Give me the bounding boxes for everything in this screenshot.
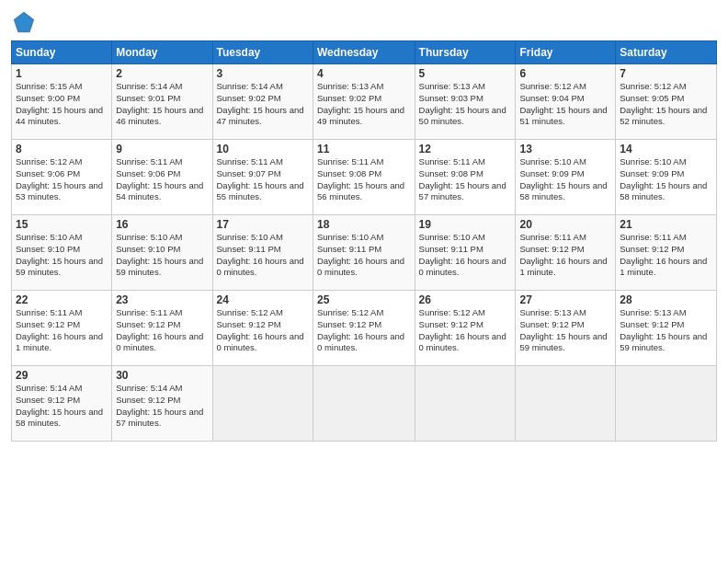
calendar-cell: 18 Sunrise: 5:10 AMSunset: 9:11 PMDaylig… — [313, 215, 415, 291]
day-number: 23 — [116, 293, 208, 306]
calendar-cell: 20 Sunrise: 5:11 AMSunset: 9:12 PMDaylig… — [516, 215, 616, 291]
calendar-week-5: 29 Sunrise: 5:14 AMSunset: 9:12 PMDaylig… — [12, 366, 717, 442]
day-number: 20 — [519, 218, 611, 231]
day-info: Sunrise: 5:14 AMSunset: 9:01 PMDaylight:… — [116, 81, 203, 126]
calendar-cell: 29 Sunrise: 5:14 AMSunset: 9:12 PMDaylig… — [12, 366, 112, 442]
day-number: 18 — [317, 218, 411, 231]
day-number: 30 — [116, 369, 208, 382]
day-info: Sunrise: 5:13 AMSunset: 9:03 PMDaylight:… — [419, 81, 506, 126]
day-info: Sunrise: 5:11 AMSunset: 9:12 PMDaylight:… — [620, 232, 707, 277]
calendar-cell: 26 Sunrise: 5:12 AMSunset: 9:12 PMDaylig… — [415, 291, 516, 366]
day-info: Sunrise: 5:13 AMSunset: 9:12 PMDaylight:… — [620, 307, 707, 352]
day-number: 4 — [317, 67, 411, 80]
day-info: Sunrise: 5:12 AMSunset: 9:04 PMDaylight:… — [519, 81, 607, 126]
day-number: 10 — [217, 143, 309, 155]
day-info: Sunrise: 5:10 AMSunset: 9:09 PMDaylight:… — [620, 156, 707, 201]
logo-icon — [11, 9, 37, 35]
calendar-cell: 17 Sunrise: 5:10 AMSunset: 9:11 PMDaylig… — [212, 215, 313, 291]
calendar-cell: 1 Sunrise: 5:15 AMSunset: 9:00 PMDayligh… — [12, 64, 112, 140]
day-number: 22 — [16, 293, 108, 306]
day-info: Sunrise: 5:11 AMSunset: 9:06 PMDaylight:… — [116, 156, 203, 201]
calendar-cell: 19 Sunrise: 5:10 AMSunset: 9:11 PMDaylig… — [415, 215, 516, 291]
day-info: Sunrise: 5:12 AMSunset: 9:06 PMDaylight:… — [16, 156, 103, 201]
day-info: Sunrise: 5:15 AMSunset: 9:00 PMDaylight:… — [16, 81, 103, 126]
day-info: Sunrise: 5:11 AMSunset: 9:08 PMDaylight:… — [419, 156, 506, 201]
day-info: Sunrise: 5:11 AMSunset: 9:08 PMDaylight:… — [317, 156, 404, 201]
day-info: Sunrise: 5:10 AMSunset: 9:10 PMDaylight:… — [116, 232, 203, 277]
day-info: Sunrise: 5:13 AMSunset: 9:02 PMDaylight:… — [317, 81, 404, 126]
calendar-header-sunday: Sunday — [12, 41, 112, 64]
calendar-cell: 5 Sunrise: 5:13 AMSunset: 9:03 PMDayligh… — [415, 64, 516, 140]
day-info: Sunrise: 5:12 AMSunset: 9:12 PMDaylight:… — [317, 307, 404, 352]
day-number: 12 — [419, 143, 512, 155]
day-info: Sunrise: 5:13 AMSunset: 9:12 PMDaylight:… — [519, 307, 607, 352]
day-info: Sunrise: 5:11 AMSunset: 9:12 PMDaylight:… — [116, 307, 203, 352]
day-info: Sunrise: 5:11 AMSunset: 9:12 PMDaylight:… — [16, 307, 103, 352]
day-info: Sunrise: 5:12 AMSunset: 9:05 PMDaylight:… — [620, 81, 707, 126]
calendar-cell — [616, 366, 717, 442]
main-container: SundayMondayTuesdayWednesdayThursdayFrid… — [0, 0, 728, 451]
calendar-cell: 22 Sunrise: 5:11 AMSunset: 9:12 PMDaylig… — [12, 291, 112, 366]
calendar-header-friday: Friday — [516, 41, 616, 64]
calendar-cell — [516, 366, 616, 442]
calendar-week-3: 15 Sunrise: 5:10 AMSunset: 9:10 PMDaylig… — [12, 215, 717, 291]
calendar-cell — [313, 366, 415, 442]
calendar-cell: 28 Sunrise: 5:13 AMSunset: 9:12 PMDaylig… — [616, 291, 717, 366]
day-number: 7 — [620, 67, 712, 80]
calendar-cell: 25 Sunrise: 5:12 AMSunset: 9:12 PMDaylig… — [313, 291, 415, 366]
calendar-cell — [212, 366, 313, 442]
calendar-cell: 2 Sunrise: 5:14 AMSunset: 9:01 PMDayligh… — [112, 64, 212, 140]
calendar-cell: 3 Sunrise: 5:14 AMSunset: 9:02 PMDayligh… — [212, 64, 313, 140]
calendar-cell: 23 Sunrise: 5:11 AMSunset: 9:12 PMDaylig… — [112, 291, 212, 366]
day-number: 13 — [519, 143, 611, 155]
calendar-cell: 30 Sunrise: 5:14 AMSunset: 9:12 PMDaylig… — [112, 366, 212, 442]
calendar-cell: 10 Sunrise: 5:11 AMSunset: 9:07 PMDaylig… — [212, 140, 313, 215]
calendar-week-1: 1 Sunrise: 5:15 AMSunset: 9:00 PMDayligh… — [12, 64, 717, 140]
calendar-cell: 24 Sunrise: 5:12 AMSunset: 9:12 PMDaylig… — [212, 291, 313, 366]
day-number: 16 — [116, 218, 208, 231]
day-number: 2 — [116, 67, 208, 80]
calendar-header-thursday: Thursday — [415, 41, 516, 64]
calendar-header-tuesday: Tuesday — [212, 41, 313, 64]
calendar-header-wednesday: Wednesday — [313, 41, 415, 64]
day-number: 29 — [16, 369, 108, 382]
calendar-cell: 7 Sunrise: 5:12 AMSunset: 9:05 PMDayligh… — [616, 64, 717, 140]
day-number: 25 — [317, 293, 411, 306]
day-info: Sunrise: 5:10 AMSunset: 9:11 PMDaylight:… — [419, 232, 506, 277]
day-number: 21 — [620, 218, 712, 231]
calendar-week-4: 22 Sunrise: 5:11 AMSunset: 9:12 PMDaylig… — [12, 291, 717, 366]
day-info: Sunrise: 5:14 AMSunset: 9:02 PMDaylight:… — [217, 81, 304, 126]
calendar-header-saturday: Saturday — [616, 41, 717, 64]
calendar-cell: 14 Sunrise: 5:10 AMSunset: 9:09 PMDaylig… — [616, 140, 717, 215]
day-info: Sunrise: 5:10 AMSunset: 9:11 PMDaylight:… — [217, 232, 304, 277]
day-number: 1 — [16, 67, 108, 80]
day-number: 17 — [217, 218, 309, 231]
day-info: Sunrise: 5:12 AMSunset: 9:12 PMDaylight:… — [419, 307, 506, 352]
calendar-cell — [415, 366, 516, 442]
day-info: Sunrise: 5:10 AMSunset: 9:10 PMDaylight:… — [16, 232, 103, 277]
day-number: 15 — [16, 218, 108, 231]
calendar-cell: 11 Sunrise: 5:11 AMSunset: 9:08 PMDaylig… — [313, 140, 415, 215]
calendar-cell: 21 Sunrise: 5:11 AMSunset: 9:12 PMDaylig… — [616, 215, 717, 291]
day-info: Sunrise: 5:11 AMSunset: 9:07 PMDaylight:… — [217, 156, 304, 201]
day-info: Sunrise: 5:14 AMSunset: 9:12 PMDaylight:… — [16, 383, 103, 428]
calendar-cell: 15 Sunrise: 5:10 AMSunset: 9:10 PMDaylig… — [12, 215, 112, 291]
day-number: 6 — [519, 67, 611, 80]
calendar-week-2: 8 Sunrise: 5:12 AMSunset: 9:06 PMDayligh… — [12, 140, 717, 215]
day-number: 8 — [16, 143, 108, 155]
day-number: 24 — [217, 293, 309, 306]
day-number: 26 — [419, 293, 512, 306]
day-number: 11 — [317, 143, 411, 155]
calendar-header-monday: Monday — [112, 41, 212, 64]
calendar-body: 1 Sunrise: 5:15 AMSunset: 9:00 PMDayligh… — [12, 64, 717, 442]
day-info: Sunrise: 5:14 AMSunset: 9:12 PMDaylight:… — [116, 383, 203, 428]
day-info: Sunrise: 5:10 AMSunset: 9:11 PMDaylight:… — [317, 232, 404, 277]
calendar-cell: 6 Sunrise: 5:12 AMSunset: 9:04 PMDayligh… — [516, 64, 616, 140]
day-info: Sunrise: 5:11 AMSunset: 9:12 PMDaylight:… — [519, 232, 607, 277]
day-number: 9 — [116, 143, 208, 155]
day-number: 14 — [620, 143, 712, 155]
header — [11, 9, 717, 35]
calendar-cell: 13 Sunrise: 5:10 AMSunset: 9:09 PMDaylig… — [516, 140, 616, 215]
calendar-cell: 9 Sunrise: 5:11 AMSunset: 9:06 PMDayligh… — [112, 140, 212, 215]
calendar-cell: 8 Sunrise: 5:12 AMSunset: 9:06 PMDayligh… — [12, 140, 112, 215]
